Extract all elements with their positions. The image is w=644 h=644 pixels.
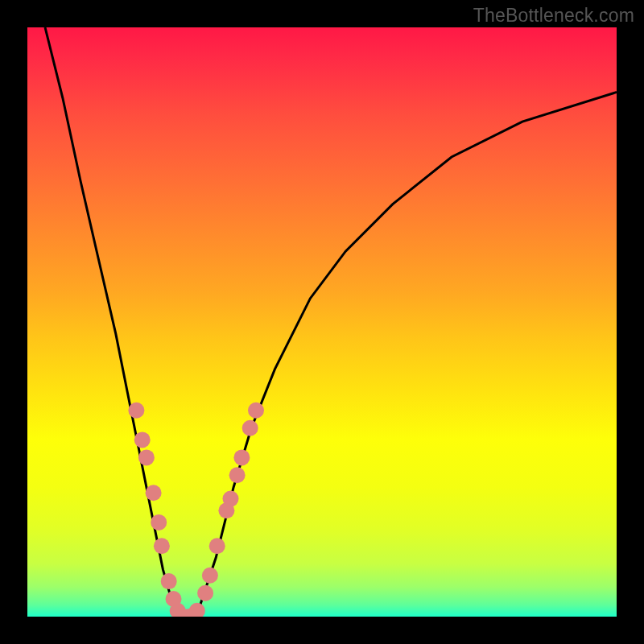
- data-marker: [248, 402, 264, 419]
- data-marker: [189, 603, 205, 617]
- data-marker: [229, 467, 246, 483]
- curve-path: [45, 27, 617, 617]
- chart-curve: [45, 27, 617, 617]
- chart-markers: [128, 402, 264, 617]
- data-marker: [233, 449, 250, 465]
- chart-plot-area: [27, 27, 617, 617]
- data-marker: [223, 491, 239, 507]
- watermark-text: TheBottleneck.com: [473, 5, 634, 27]
- data-marker: [128, 402, 144, 419]
- data-marker: [202, 568, 218, 584]
- data-marker: [242, 420, 258, 436]
- data-marker: [134, 431, 151, 448]
- data-marker: [161, 573, 177, 589]
- chart-svg-layer: [27, 27, 617, 617]
- data-marker: [138, 449, 155, 465]
- data-marker: [146, 485, 162, 501]
- data-marker: [154, 538, 170, 554]
- data-marker: [151, 514, 167, 530]
- data-marker: [209, 538, 225, 554]
- chart-container: TheBottleneck.com: [0, 0, 644, 644]
- data-marker: [197, 585, 213, 601]
